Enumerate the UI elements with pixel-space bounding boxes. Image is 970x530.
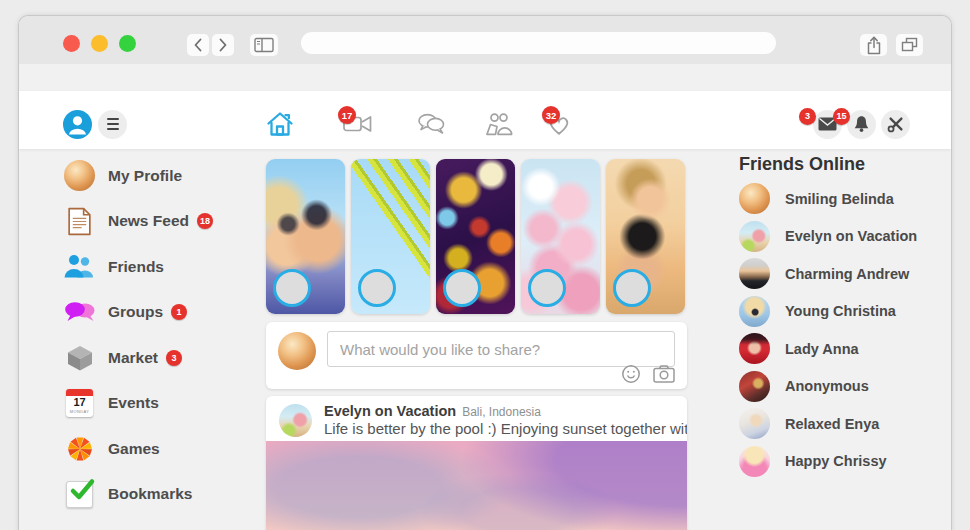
tools-icon (887, 115, 905, 133)
notifications-button[interactable]: 15 (847, 110, 876, 139)
share-input[interactable] (327, 331, 675, 367)
games-pinwheel-icon (66, 435, 94, 463)
events-calendar-icon: 17 MONDAY (66, 389, 93, 417)
home-icon (266, 111, 294, 137)
share-button[interactable] (860, 34, 887, 56)
sidebar-item-label: My Profile (108, 167, 182, 185)
friends-online-title: Friends Online (739, 154, 865, 175)
nav-people[interactable] (485, 112, 513, 136)
tabs-overview-button[interactable] (896, 34, 923, 56)
friend-avatar (739, 408, 770, 439)
sidebar-item-label: Groups (108, 303, 163, 321)
feed-post: Evelyn on Vacation Bali, Indonesia Life … (266, 396, 687, 530)
group-chat-bubbles-icon (64, 301, 96, 324)
story-avatar (528, 269, 566, 307)
friend-row[interactable]: Happy Chrissy (739, 446, 917, 477)
sidebar-item-games[interactable]: Games (63, 433, 213, 464)
messages-badge: 3 (799, 108, 816, 125)
sidebar-nav: My Profile News Feed 18 (63, 160, 213, 510)
story-avatar (273, 269, 311, 307)
nav-chat[interactable] (416, 112, 446, 136)
friend-name: Young Christina (785, 303, 896, 319)
sidebar-item-groups[interactable]: Groups 1 (63, 297, 213, 328)
nav-video[interactable]: 17 (343, 112, 373, 136)
story-card-couple-selfie[interactable] (266, 159, 345, 314)
sidebar-panel-icon (254, 37, 274, 53)
friend-row[interactable]: Young Christina (739, 296, 917, 327)
story-avatar (358, 269, 396, 307)
story-avatar (443, 269, 481, 307)
friend-name: Happy Chrissy (785, 453, 887, 469)
likes-badge: 32 (542, 106, 560, 124)
story-avatar (613, 269, 651, 307)
sidebar-item-friends[interactable]: Friends (63, 251, 213, 282)
friend-row[interactable]: Anonymous (739, 371, 917, 402)
sidebar-item-label: News Feed (108, 212, 189, 230)
sidebar-item-label: Events (108, 394, 159, 412)
post-text: Life is better by the pool :) Enjoying s… (324, 420, 687, 437)
friend-avatar (739, 258, 770, 289)
settings-button[interactable] (881, 110, 910, 139)
friend-avatar (739, 296, 770, 327)
back-button[interactable] (187, 34, 209, 56)
sidebar-toggle-button[interactable] (250, 34, 278, 56)
market-badge: 3 (166, 350, 182, 366)
app-header: 17 (19, 91, 951, 149)
add-photo-button[interactable] (653, 365, 675, 383)
story-card-palm-leaf[interactable] (351, 159, 430, 314)
zoom-window-button[interactable] (119, 35, 136, 52)
profile-photo-icon (64, 160, 95, 191)
chat-bubbles-icon (416, 112, 446, 136)
nav-home[interactable] (266, 111, 294, 137)
sidebar-item-label: Friends (108, 258, 164, 276)
friend-row[interactable]: Charming Andrew (739, 258, 917, 289)
nav-likes[interactable]: 32 (546, 112, 572, 136)
news-document-icon (67, 207, 92, 236)
sidebar-item-my-profile[interactable]: My Profile (63, 160, 213, 191)
chevron-left-icon (193, 38, 203, 52)
friend-row[interactable]: Relaxed Enya (739, 408, 917, 439)
story-card-cherry-blossoms[interactable] (521, 159, 600, 314)
address-bar[interactable] (301, 32, 776, 54)
stories-row (266, 159, 687, 314)
post-author-name[interactable]: Evelyn on Vacation (324, 403, 456, 419)
profile-avatar-button[interactable] (63, 110, 92, 139)
social-app-page: 17 (19, 64, 951, 530)
post-sunset-photo[interactable] (266, 441, 687, 530)
friend-row[interactable]: Evelyn on Vacation (739, 221, 917, 252)
friend-row[interactable]: Lady Anna (739, 333, 917, 364)
friend-row[interactable]: Smiling Belinda (739, 183, 917, 214)
close-window-button[interactable] (63, 35, 80, 52)
post-location: Bali, Indonesia (462, 405, 541, 419)
forward-button[interactable] (212, 34, 234, 56)
chevron-right-icon (218, 38, 228, 52)
people-group-icon (485, 112, 513, 136)
story-card-bokeh-lights[interactable] (436, 159, 515, 314)
friend-name: Smiling Belinda (785, 191, 894, 207)
minimize-window-button[interactable] (91, 35, 108, 52)
screenshot-stage: 17 (0, 0, 970, 530)
post-author-avatar[interactable] (279, 404, 312, 437)
news-feed-badge: 18 (197, 213, 213, 229)
notifications-badge: 15 (833, 108, 850, 125)
share-upload-icon (866, 36, 882, 55)
sidebar-item-events[interactable]: 17 MONDAY Events (63, 388, 213, 419)
main-menu-button[interactable] (98, 110, 127, 139)
sidebar-item-label: Games (108, 440, 160, 458)
friend-avatar (739, 221, 770, 252)
emoji-button[interactable] (621, 364, 641, 384)
tabs-icon (901, 37, 918, 53)
video-badge: 17 (338, 106, 356, 124)
friend-avatar (739, 183, 770, 214)
smiley-icon (621, 364, 641, 384)
friend-avatar (739, 371, 770, 402)
sidebar-item-market[interactable]: Market 3 (63, 342, 213, 373)
friend-avatar (739, 333, 770, 364)
friend-name: Lady Anna (785, 341, 859, 357)
sidebar-item-bookmarks[interactable]: Bookmarks (63, 479, 213, 510)
friend-name: Relaxed Enya (785, 416, 879, 432)
sidebar-item-news-feed[interactable]: News Feed 18 (63, 206, 213, 237)
sidebar-item-label: Bookmarks (108, 485, 192, 503)
story-card-beach-workout[interactable] (606, 159, 685, 314)
friends-people-icon (64, 254, 96, 279)
